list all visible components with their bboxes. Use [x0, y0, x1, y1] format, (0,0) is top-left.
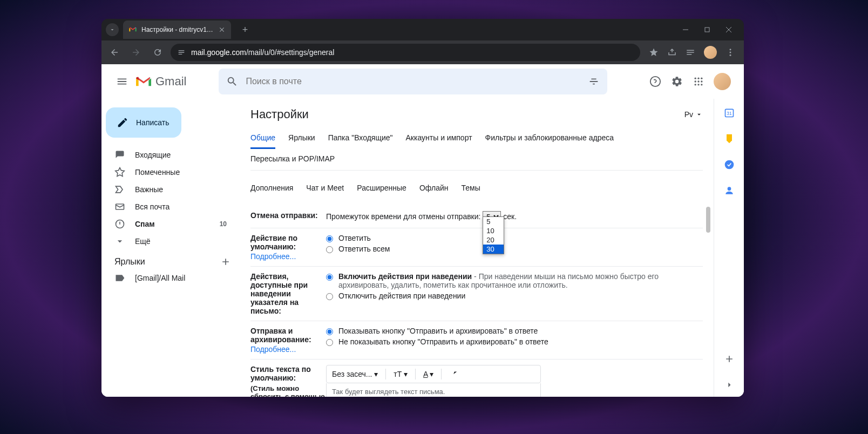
gmail-header: Gmail	[101, 64, 744, 99]
radio-show-archive[interactable]	[326, 328, 333, 335]
contacts-icon[interactable]	[724, 185, 735, 196]
dropdown-option-highlighted[interactable]: 30	[483, 245, 504, 254]
user-avatar[interactable]	[714, 73, 731, 90]
search-bar[interactable]	[219, 69, 607, 94]
tab-labels[interactable]: Ярлыки	[288, 128, 315, 149]
setting-text-style: Стиль текста по умолчанию:(Стиль можно с…	[250, 360, 703, 397]
back-button[interactable]	[106, 44, 123, 61]
radio-hover-on[interactable]	[326, 274, 333, 281]
font-size-select[interactable]: тT ▾	[394, 370, 408, 378]
svg-point-11	[695, 84, 696, 85]
svg-point-8	[695, 80, 696, 82]
sidebar-item-spam[interactable]: Спам10	[101, 215, 233, 233]
tab-filters[interactable]: Фильтры и заблокированные адреса	[485, 128, 614, 149]
dropdown-option[interactable]: 20	[483, 235, 504, 245]
tab-inbox[interactable]: Папка "Входящие"	[328, 128, 393, 149]
site-info-icon[interactable]	[177, 48, 186, 57]
tab-search-button[interactable]	[106, 23, 119, 36]
extensions-icon[interactable]	[667, 48, 677, 57]
radio-hover-off[interactable]	[326, 293, 333, 300]
setting-send-archive: Отправка и архивирование:Подробнее... По…	[250, 321, 703, 360]
allmail-icon	[114, 201, 125, 212]
chevron-down-icon	[114, 236, 125, 247]
sidebar-item-more[interactable]: Ещё	[101, 233, 233, 250]
tab-offline[interactable]: Офлайн	[419, 178, 449, 199]
learn-more-link[interactable]: Подробнее...	[250, 252, 326, 261]
pencil-icon	[117, 117, 128, 128]
browser-titlebar: Настройки - dmitrycv1@gmail. +	[101, 19, 744, 40]
add-panel-icon[interactable]	[724, 354, 735, 364]
label-icon	[114, 273, 125, 283]
radio-reply[interactable]	[326, 235, 333, 242]
clear-formatting-button[interactable]	[449, 369, 459, 379]
browser-profile-avatar[interactable]	[704, 46, 717, 59]
important-icon	[114, 184, 125, 195]
bookmark-star-icon[interactable]	[649, 48, 659, 57]
search-input[interactable]	[246, 77, 580, 86]
setting-undo-send: Отмена отправки: Промежуток времени для …	[250, 206, 703, 228]
svg-point-13	[701, 84, 702, 85]
setting-default-action: Действие по умолчанию:Подробнее... Ответ…	[250, 228, 703, 267]
settings-gear-button[interactable]	[670, 75, 683, 88]
minimize-icon[interactable]	[681, 25, 690, 34]
gmail-favicon-icon	[128, 25, 137, 34]
main-menu-button[interactable]	[110, 70, 134, 93]
sidebar: Написать Входящие Помеченные Важные Вся …	[101, 64, 240, 397]
sidebar-label-item[interactable]: [Gmail]/All Mail	[101, 269, 233, 287]
new-tab-button[interactable]: +	[238, 22, 253, 37]
font-family-select[interactable]: Без засеч... ▾	[332, 370, 378, 378]
dropdown-option[interactable]: 5	[483, 217, 504, 226]
radio-reply-all[interactable]	[326, 246, 333, 253]
tab-chat[interactable]: Чат и Meet	[306, 178, 344, 199]
tab-themes[interactable]: Темы	[461, 178, 480, 199]
compose-label: Написать	[136, 118, 169, 127]
svg-point-18	[724, 160, 734, 169]
svg-point-7	[701, 78, 702, 79]
settings-panel: Настройки Рv Общие Ярлыки Папка "Входящи…	[240, 99, 714, 397]
svg-rect-0	[705, 28, 709, 32]
text-style-toolbar: Без засеч... ▾ тT ▾ A ▾	[326, 365, 541, 383]
hide-panel-icon[interactable]	[724, 379, 735, 390]
support-button[interactable]	[649, 75, 662, 88]
sidebar-item-inbox[interactable]: Входящие	[101, 146, 233, 164]
browser-menu-icon[interactable]	[725, 48, 735, 57]
tab-close-icon[interactable]	[218, 26, 226, 33]
calendar-icon[interactable]: 31	[724, 107, 735, 118]
side-panel: 31	[714, 99, 744, 397]
svg-point-12	[697, 84, 699, 85]
url-input[interactable]: mail.google.com/mail/u/0/#settings/gener…	[171, 44, 640, 61]
add-label-icon[interactable]	[220, 256, 231, 267]
maximize-icon[interactable]	[703, 25, 711, 34]
spam-icon	[114, 219, 125, 229]
sidebar-item-starred[interactable]: Помеченные	[101, 164, 233, 181]
tab-addons[interactable]: Дополнения	[250, 178, 293, 199]
keep-icon[interactable]	[724, 133, 735, 144]
forward-button[interactable]	[127, 44, 145, 61]
tab-general[interactable]: Общие	[250, 128, 275, 149]
reading-list-icon[interactable]	[686, 48, 695, 57]
apps-grid-button[interactable]	[692, 75, 705, 88]
tab-title: Настройки - dmitrycv1@gmail.	[141, 26, 215, 33]
sidebar-item-important[interactable]: Важные	[101, 181, 233, 198]
gmail-logo[interactable]: Gmail	[136, 74, 186, 89]
url-host: mail.google.com	[191, 48, 246, 57]
radio-hide-archive[interactable]	[326, 339, 333, 346]
tasks-icon[interactable]	[724, 159, 735, 170]
tab-forwarding[interactable]: Пересылка и POP/IMAP	[250, 149, 335, 170]
scrollbar-thumb[interactable]	[706, 207, 710, 233]
compose-button[interactable]: Написать	[106, 107, 181, 138]
sidebar-item-allmail[interactable]: Вся почта	[101, 198, 233, 215]
font-color-select[interactable]: A ▾	[423, 370, 433, 378]
settings-title: Настройки	[250, 107, 309, 121]
reload-button[interactable]	[149, 44, 166, 61]
browser-tab[interactable]: Настройки - dmitrycv1@gmail.	[123, 21, 231, 39]
input-tools-button[interactable]: Рv	[684, 110, 703, 119]
search-options-icon[interactable]	[588, 76, 600, 87]
tab-accounts[interactable]: Аккаунты и импорт	[406, 128, 472, 149]
learn-more-link[interactable]: Подробнее...	[250, 345, 326, 354]
dropdown-option[interactable]: 10	[483, 226, 504, 235]
svg-point-1	[730, 49, 731, 50]
close-icon[interactable]	[724, 25, 733, 34]
svg-point-6	[697, 78, 699, 79]
tab-advanced[interactable]: Расширенные	[357, 178, 406, 199]
